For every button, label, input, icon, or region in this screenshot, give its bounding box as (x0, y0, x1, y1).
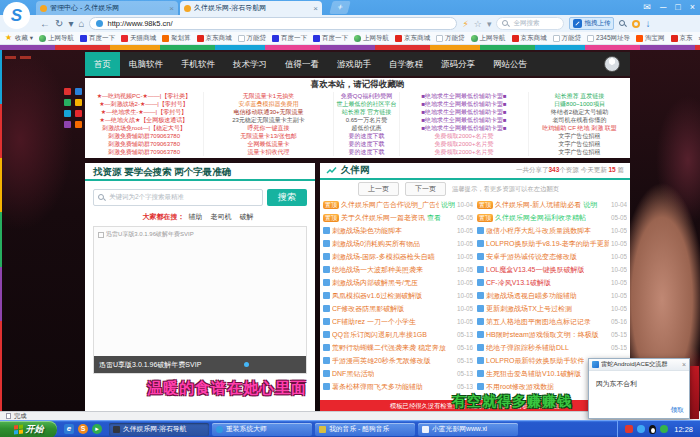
article-title[interactable]: 久伴娱乐网-新人玩辅助必看 (495, 200, 581, 210)
article-row[interactable]: QQ音乐订阅闪退刷几率接1GB 05-13 (323, 328, 473, 341)
magnifier-icon[interactable] (619, 20, 627, 28)
article-row[interactable]: CF修改器防黑影破解版 10-05 (323, 302, 473, 315)
ie-icon[interactable]: e (64, 424, 74, 434)
nav-item[interactable]: 源码分享 (432, 52, 484, 76)
article-row[interactable]: 薯条松林弹雨飞天多功能辅助 05-13 (323, 380, 473, 393)
article-row[interactable]: 第五人格地图平面图地点标记记录 05-16 (477, 315, 627, 328)
new-tab-button[interactable]: + (329, 1, 350, 14)
minimize-button[interactable]: ─ (660, 2, 666, 12)
article-row[interactable]: 安卓手游热诚传说变态修改版 10-05 (477, 250, 627, 263)
promo-link[interactable]: 要的速度下载 (334, 148, 399, 156)
prev-page-button[interactable]: 上一页 (358, 182, 399, 196)
promo-link[interactable]: 文字广告位招租 (529, 140, 630, 148)
promo-link[interactable]: ★—吃鸡视频PC-★——|【零社类】 (85, 92, 203, 100)
article-title[interactable]: 绝地战场一大波那种美照袭来 (332, 265, 423, 275)
task-button[interactable]: 重装系统大师 (212, 423, 312, 436)
bookmark-item[interactable]: 京东商城 (395, 34, 430, 43)
promo-link[interactable]: 刺激免费辅助群709063780 (85, 140, 203, 148)
back-icon[interactable]: ← (40, 19, 50, 29)
bookmark-item[interactable]: 天猫商城 (121, 34, 156, 43)
article-row[interactable]: HB限时steam游戏领取文明：终极版 05-15 (477, 328, 627, 341)
article-title[interactable]: 绝地子弹跟踪秒杀辅助DLL (486, 343, 569, 353)
bookmark-item[interactable]: 京东商城 (197, 34, 232, 43)
promo-link[interactable]: 刺激免费辅助群709063780 (85, 148, 203, 156)
article-title[interactable]: CF-冷风V13.1破解版 (486, 278, 551, 288)
bookmark-item[interactable]: 百度一下 (313, 34, 348, 43)
browser-tab[interactable]: 管理中心 - 久伴娱乐网 × (36, 1, 178, 15)
article-title[interactable]: CF辅助rez 一刀一个小学生 (332, 317, 416, 327)
carousel-dot[interactable] (244, 362, 249, 367)
article-title[interactable]: 更新刺激战场TX上号过检测 (486, 304, 572, 314)
article-title[interactable]: 不用root修改游戏数据 (486, 382, 554, 392)
popup-close-icon[interactable]: × (682, 361, 686, 368)
article-row[interactable]: 刺激战场透视自瞄多功能辅助 10-05 (477, 289, 627, 302)
bookmark-item[interactable]: 聚划算 (162, 34, 191, 43)
promo-link[interactable]: ■绝地求生全网最低价辅助卡盟■ (400, 116, 528, 124)
feedback-icon[interactable]: ✉ (643, 2, 651, 12)
article-title[interactable]: 薯条松林弹雨飞天多功能辅助 (332, 382, 423, 392)
bookmark-item[interactable]: 2345网址导 (587, 34, 630, 43)
site-search-input[interactable]: 关键词为2个字搜索最精准 (93, 189, 263, 206)
article-row[interactable]: LOL魔盒V13.45一键换肤破解版 10-05 (477, 263, 627, 276)
tray-clock[interactable]: 12:28 (674, 425, 693, 434)
promo-link[interactable]: 日赚800~1000项目 (529, 100, 630, 108)
maximize-button[interactable]: □ (675, 2, 680, 12)
promo-link[interactable]: 超低价优惠 (334, 124, 399, 132)
promo-link[interactable]: 免费QQ福利秒赞网 (334, 92, 399, 100)
promo-link[interactable]: 文字广告位招租 (529, 132, 630, 140)
promo-link[interactable]: ■绝地求生全网最低价辅助卡盟■ (400, 92, 528, 100)
promo-link[interactable]: 23元稳定无限流量卡主副卡 (204, 116, 333, 124)
task-button[interactable]: 久伴娱乐网-溶石导航 (109, 423, 209, 436)
launcher-icon[interactable]: ▸ (92, 424, 102, 434)
sogou-logo-icon[interactable]: S (3, 2, 30, 29)
bookmark-item[interactable]: 万能贷 (238, 34, 267, 43)
hot-word[interactable]: 破解 (240, 213, 254, 220)
promo-link[interactable]: ★—绝地火战★【全网极速通话】 (85, 116, 203, 124)
bookmark-item[interactable]: 万能贷 (436, 34, 465, 43)
article-row[interactable]: LOLPRO换肤助手v8.19-老李的助手更新了 10-05 (477, 237, 627, 250)
nav-item[interactable]: 技术学习 (224, 52, 276, 76)
article-row[interactable]: 刺激战场内部破解黑号/无压 10-05 (323, 276, 473, 289)
article-row[interactable]: CF辅助rez 一刀一个小学生 10-05 (323, 315, 473, 328)
bookmark-item[interactable]: 京东 (671, 34, 693, 43)
article-row[interactable]: 凤凰模拟器v1.6过检测破解版 10-05 (323, 289, 473, 302)
article-title[interactable]: LOLPRO换肤助手v8.19-老李的助手更新了 (486, 239, 609, 249)
article-title[interactable]: 凤凰模拟器v1.6过检测破解版 (332, 291, 422, 301)
task-button[interactable]: 小蓝光影网www.xi (418, 423, 518, 436)
article-title[interactable]: 第五人格地图平面图地点标记记录 (486, 317, 591, 327)
bookmark-item[interactable]: 淘宝网 (636, 34, 665, 43)
bookmark-item[interactable]: 上网导航 (39, 34, 74, 43)
article-row[interactable]: 置顶 久伴娱乐网-新人玩辅助必看 说明 10-04 (477, 198, 627, 211)
promo-link[interactable]: 流量卡招收代理 (204, 148, 333, 156)
task-button[interactable]: 我的音乐 - 酷狗音乐 (315, 423, 415, 436)
bookmark-item[interactable]: 上网导航 (471, 34, 506, 43)
popup-action-link[interactable]: 领取 (670, 405, 684, 415)
article-title[interactable]: 手游漫画英雄20秒杀无敌修改版 (332, 356, 431, 366)
promo-link[interactable]: 刺激战场免root—|【稳定大号】 (85, 124, 203, 132)
drag-upload-badge[interactable]: 拖拽上传 (569, 17, 614, 30)
article-link-suffix[interactable]: 查看 (427, 213, 441, 223)
favorite-star-icon[interactable]: ☆ (474, 19, 482, 29)
article-row[interactable]: 绝地子弹跟踪秒杀辅助DLL 05-15 (477, 341, 627, 354)
promo-link[interactable]: 站长推荐 直发链接 (529, 92, 630, 100)
start-button[interactable]: 开始 (0, 421, 57, 437)
promo-link[interactable]: 无限流量卡1元抽奖 (204, 92, 333, 100)
bookmark-item[interactable]: 百度一下 (80, 34, 115, 43)
notification-popup[interactable]: 雷蛇Android|ACE交流群 × 因为东不合利 领取 (588, 358, 690, 419)
carousel-caption[interactable]: 迅雷U享版3.0.1.96破解年费SVIP (94, 356, 306, 373)
nav-item[interactable]: 自学教程 (380, 52, 432, 76)
article-title[interactable]: LOLPRO最新特效换肤助手软件 (486, 356, 584, 366)
promo-link[interactable]: 呼死你一键直接 (204, 124, 333, 132)
article-title[interactable]: 久伴娱乐网全网福利收录精帖 (495, 213, 586, 223)
tab-close-icon[interactable]: × (169, 4, 174, 13)
promo-link[interactable]: ★—绝地求生-★——|【零封号】 (85, 108, 203, 116)
promo-link[interactable]: 文字广告位招租 (529, 148, 630, 156)
promo-link[interactable]: ■绝地求生全网最低价辅助卡盟■ (400, 100, 528, 108)
carousel-box[interactable]: 迅雷U享版3.0.1.96破解年费SVIP 迅雷U享版3.0.1.96破解年费S… (93, 226, 307, 374)
browser-tab[interactable]: 久伴娱乐网-溶石导航网 × (180, 1, 322, 15)
article-link-suffix[interactable]: 说明 (441, 200, 455, 210)
tray-security-icon[interactable] (660, 425, 668, 433)
article-title[interactable]: 刺激战场0消耗购买所有物品 (332, 239, 420, 249)
user-avatar[interactable] (604, 56, 620, 72)
article-row[interactable]: 刺激战场-国际-多模拟器枪头自瞄 10-05 (323, 250, 473, 263)
